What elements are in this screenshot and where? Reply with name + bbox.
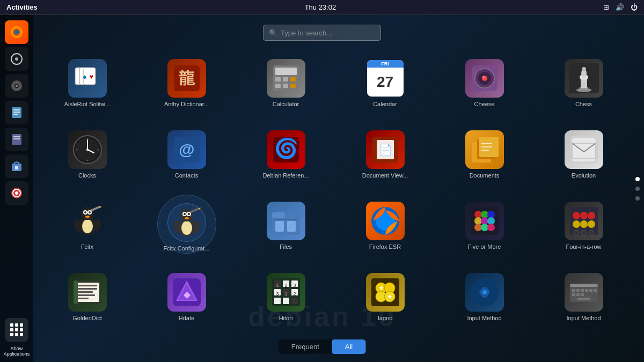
app-icon-documents xyxy=(465,130,504,169)
app-fcitx[interactable]: Fcitx xyxy=(61,202,114,250)
scroll-dot-2[interactable] xyxy=(635,187,640,191)
apps-grid: ♠ ♥ AisleRiot Solitai... 龍 Anthy Diction… xyxy=(38,50,633,330)
svg-rect-10 xyxy=(13,112,20,113)
app-icon-cheese xyxy=(465,59,504,98)
svg-rect-172 xyxy=(581,293,584,296)
app-icon-fourinrow xyxy=(565,202,603,240)
app-documents[interactable]: Documents xyxy=(458,130,511,179)
sidebar-store[interactable] xyxy=(5,154,28,178)
svg-rect-128 xyxy=(78,291,93,293)
app-goldendict[interactable]: GoldenDict xyxy=(61,273,114,321)
svg-point-92 xyxy=(185,217,189,219)
svg-rect-14 xyxy=(13,138,20,139)
app-icon-clocks xyxy=(68,130,107,169)
svg-text:1: 1 xyxy=(276,283,279,288)
svg-rect-33 xyxy=(275,84,281,88)
svg-rect-152 xyxy=(371,278,399,306)
app-icon-fcitx-config xyxy=(167,203,206,242)
power-icon[interactable]: ⏻ xyxy=(631,3,638,11)
app-iagno[interactable]: ★ ★ Iagno xyxy=(358,273,412,321)
app-hdate[interactable]: ◆ Hdate xyxy=(160,273,214,321)
svg-point-91 xyxy=(188,213,190,215)
app-aisleriot[interactable]: ♠ ♥ AisleRiot Solitai... xyxy=(61,59,114,107)
app-name-files: Files xyxy=(280,243,292,250)
svg-point-79 xyxy=(89,211,91,213)
app-clocks[interactable]: Clocks xyxy=(61,130,114,179)
app-icon-calendar: FRI 27 xyxy=(366,59,405,98)
show-apps-label: Show Applications xyxy=(0,346,33,357)
app-calendar[interactable]: FRI 27 Calendar xyxy=(358,59,412,107)
app-fourinrow[interactable]: Four-in-a-row xyxy=(557,202,611,250)
svg-rect-145 xyxy=(291,298,298,304)
svg-rect-35 xyxy=(290,84,296,88)
app-name-calculator: Calculator xyxy=(273,101,299,107)
svg-rect-143 xyxy=(274,298,281,304)
svg-point-78 xyxy=(84,211,86,213)
top-bar: Activities Thu 23:02 ⊞ 🔊 ⏻ xyxy=(0,0,644,15)
volume-icon[interactable]: 🔊 xyxy=(616,3,624,11)
app-name-evolution: Evolution xyxy=(572,172,596,179)
svg-point-109 xyxy=(481,217,488,225)
svg-rect-131 xyxy=(74,280,78,304)
svg-rect-173 xyxy=(577,298,590,300)
sidebar-help[interactable] xyxy=(5,181,28,205)
svg-rect-130 xyxy=(78,298,89,299)
app-icon-hitori: 1 2 3 3 1 2 xyxy=(267,273,305,312)
svg-text:♠: ♠ xyxy=(83,73,86,80)
svg-rect-163 xyxy=(570,284,598,287)
tab-frequent[interactable]: Frequent xyxy=(279,339,332,354)
svg-point-86 xyxy=(181,221,192,235)
svg-rect-67 xyxy=(481,143,492,144)
svg-point-111 xyxy=(474,224,482,231)
activities-label[interactable]: Activities xyxy=(6,3,38,11)
svg-text:🌀: 🌀 xyxy=(274,137,298,160)
sidebar-firefox[interactable] xyxy=(5,20,28,44)
network-icon[interactable]: ⊞ xyxy=(603,3,609,11)
app-inputmethod2[interactable]: Input Method xyxy=(557,273,611,321)
app-anthy[interactable]: 龍 Anthy Dictionar... xyxy=(160,59,214,107)
app-name-firefox: Firefox ESR xyxy=(369,243,401,250)
show-apps-button[interactable] xyxy=(5,318,28,342)
svg-rect-101 xyxy=(287,221,296,232)
sidebar-notepad2[interactable] xyxy=(5,128,28,151)
svg-point-4 xyxy=(15,57,18,61)
svg-point-115 xyxy=(573,212,580,219)
app-evolution[interactable]: Evolution xyxy=(557,130,611,179)
tab-all[interactable]: All xyxy=(332,339,365,354)
sidebar-notes[interactable] xyxy=(5,101,28,124)
main-area: Show Applications 🔍 Type to search... de… xyxy=(0,15,644,362)
app-firefox[interactable]: Firefox ESR xyxy=(358,202,412,250)
svg-point-52 xyxy=(86,149,89,151)
app-calculator[interactable]: Calculator xyxy=(259,59,313,107)
app-contacts[interactable]: @ Contacts xyxy=(160,130,214,179)
svg-point-110 xyxy=(487,217,495,225)
app-files[interactable]: Files xyxy=(259,202,313,250)
app-cheese[interactable]: Cheese xyxy=(458,59,511,107)
app-inputmethod[interactable]: Input Method xyxy=(458,273,511,321)
app-name-chess: Chess xyxy=(575,101,592,107)
svg-text:📄: 📄 xyxy=(378,143,392,156)
app-icon-evolution xyxy=(565,130,603,169)
scroll-dot-1[interactable] xyxy=(635,177,640,181)
app-icon-iagno: ★ ★ xyxy=(366,273,405,312)
svg-rect-98 xyxy=(272,212,285,218)
sidebar-disk[interactable] xyxy=(5,74,28,98)
app-chess[interactable]: Chess xyxy=(557,59,611,107)
svg-rect-129 xyxy=(78,294,95,296)
app-hitori[interactable]: 1 2 3 3 1 2 Hitori xyxy=(259,273,313,321)
app-debian-ref[interactable]: 🌀 Debian Referen... xyxy=(259,130,313,179)
svg-point-56 xyxy=(97,149,99,150)
app-docview[interactable]: 📄 Document View... xyxy=(358,130,412,179)
svg-rect-100 xyxy=(275,221,284,232)
app-fiveormore[interactable]: Five or More xyxy=(458,202,511,250)
svg-point-112 xyxy=(481,224,488,231)
scroll-dot-3[interactable] xyxy=(635,196,640,201)
svg-point-121 xyxy=(574,230,579,235)
search-bar[interactable]: 🔍 Type to search... xyxy=(263,25,381,41)
sidebar-timeshift[interactable] xyxy=(5,47,28,71)
svg-point-7 xyxy=(16,85,18,87)
svg-point-120 xyxy=(588,220,595,228)
svg-rect-171 xyxy=(576,293,580,296)
app-fcitx-config[interactable]: Fcitx Configurat... xyxy=(160,200,214,252)
app-name-hitori: Hitori xyxy=(279,315,293,321)
